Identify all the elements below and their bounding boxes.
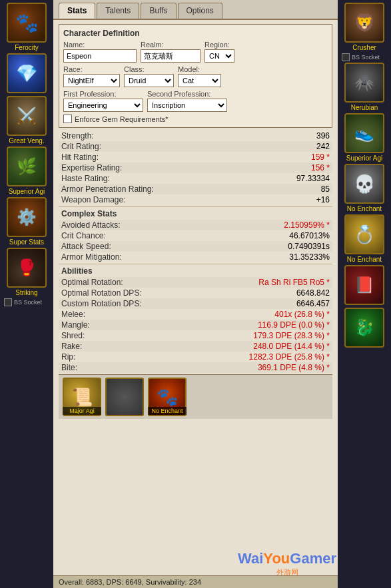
stat-row-optimal-rot: Optimal Rotation: Ra Sh Ri FB5 Ro5 * <box>59 277 332 288</box>
complex-stats-title: Complex Stats <box>59 206 332 220</box>
stat-strength-name: Strength: <box>61 131 94 141</box>
nerubian-label: Nerubian <box>351 104 378 112</box>
stat-haste-name: Haste Rating: <box>61 174 110 183</box>
nerubian-icon[interactable] <box>344 63 384 103</box>
stat-avoided-value: 2.150959% * <box>284 220 330 230</box>
complex-stats-section: Complex Stats Avoided Attacks: 2.150959%… <box>59 206 332 262</box>
sidebar-item-crusher[interactable]: Crusher BS Socket <box>342 3 387 61</box>
first-prof-select[interactable]: Engineering <box>63 99 143 112</box>
watermark-you: You <box>263 550 290 567</box>
sidebar-item-nerubian[interactable]: Nerubian <box>342 63 387 112</box>
gem-icon[interactable] <box>7 53 47 93</box>
second-prof-label: Second Profession: <box>147 90 227 98</box>
bs-socket-label-left: BS Socket <box>14 299 42 306</box>
stat-row-rake: Rake: 248.0 DPE (14.4 %) * <box>59 341 332 352</box>
tab-stats[interactable]: Stats <box>59 3 95 19</box>
stat-rake-value: 248.0 DPE (14.4 %) * <box>253 342 330 351</box>
great-veng-label: Great Veng. <box>9 137 44 145</box>
crusher-icon[interactable] <box>344 3 384 43</box>
bottom-icon-unknown[interactable] <box>105 378 144 416</box>
model-label: Model: <box>178 65 221 73</box>
stat-expertise-name: Expertise Rating: <box>61 163 122 172</box>
sidebar-item-gem[interactable] <box>4 53 49 95</box>
stat-custom-dps-name: Custom Rotation DPS: <box>61 299 142 308</box>
bottom-icon-unknown-wrapper <box>105 378 144 416</box>
name-input[interactable] <box>63 49 137 63</box>
right-sidebar: Crusher BS Socket Nerubian Superior Agi … <box>338 0 391 588</box>
region-select[interactable]: CN US EU TW <box>204 49 234 63</box>
ferocity-icon[interactable] <box>7 3 47 43</box>
stat-armor-mit-value: 31.35233% <box>289 252 330 262</box>
stat-custom-dps-value: 6646.457 <box>296 299 330 308</box>
stat-row-avoided: Avoided Attacks: 2.150959% * <box>59 220 332 230</box>
second-prof-select[interactable]: Inscription <box>147 99 227 112</box>
striking-icon[interactable] <box>7 248 47 288</box>
watermark: WaiYouGamer 外游网 <box>238 550 336 575</box>
region-label: Region: <box>204 41 234 49</box>
stat-optimal-dps-value: 6648.842 <box>296 288 330 298</box>
no-enchant-book-icon[interactable] <box>344 265 384 305</box>
stat-expertise-value: 156 * <box>311 163 330 172</box>
sidebar-item-no-enchant-book[interactable] <box>342 265 387 306</box>
race-select[interactable]: NightElf <box>63 74 120 87</box>
tab-buffs[interactable]: Buffs <box>141 3 176 19</box>
sidebar-item-no-enchant-skull[interactable]: No Enchant <box>342 164 387 213</box>
status-text: Overall: 6883, DPS: 6649, Survivability:… <box>59 578 201 586</box>
stat-strength-value: 396 <box>316 131 330 141</box>
sidebar-item-striking[interactable]: Striking BS Socket <box>4 248 49 306</box>
sidebar-item-green[interactable] <box>342 308 387 349</box>
no-enchant-skull-icon[interactable] <box>344 164 384 204</box>
stat-mangle-name: Mangle: <box>61 320 90 330</box>
no-enchant-ring-icon[interactable] <box>344 214 384 254</box>
stat-row-strength: Strength: 396 <box>59 131 332 141</box>
bs-socket-checkbox-crusher[interactable] <box>342 53 350 61</box>
stat-armor-pen-name: Armor Penetration Rating: <box>61 184 154 194</box>
stat-rip-value: 1282.3 DPE (25.8 %) * <box>249 352 330 362</box>
sidebar-item-super-stats[interactable]: Super Stats <box>4 197 49 246</box>
great-veng-icon[interactable] <box>7 96 47 136</box>
no-enchant-ring-label: No Enchant <box>347 256 382 264</box>
sidebar-item-superior-agi-right[interactable]: Superior Agi <box>342 113 387 162</box>
gem-req-checkbox[interactable] <box>63 115 72 123</box>
bs-socket-row-crusher: BS Socket <box>342 53 387 61</box>
sidebar-item-ferocity[interactable]: Ferocity <box>4 3 49 52</box>
superior-agi-left-label: Superior Agi <box>9 188 45 196</box>
class-select[interactable]: Druid <box>124 74 174 87</box>
watermark-chinese: 外游网 <box>238 567 336 575</box>
stat-bite-value: 369.1 DPE (4.8 %) * <box>258 363 330 372</box>
bs-socket-label-crusher: BS Socket <box>352 54 380 61</box>
stat-attack-speed-value: 0.7490391s <box>288 242 330 251</box>
bottom-icon-major-agi-wrapper: Major Agi <box>63 378 101 416</box>
sidebar-item-superior-agi[interactable]: Superior Agi <box>4 147 49 196</box>
stat-optimal-rot-name: Optimal Rotation: <box>61 278 123 287</box>
bottom-icon-bar: Major Agi No Enchant <box>59 374 332 419</box>
stat-row-custom-dps: Custom Rotation DPS: 6646.457 <box>59 298 332 309</box>
first-prof-label: First Profession: <box>63 90 143 98</box>
unknown-mid-icon <box>107 379 143 415</box>
tab-options[interactable]: Options <box>178 3 222 19</box>
watermark-gamer: Gamer <box>290 550 336 567</box>
stat-row-expertise: Expertise Rating: 156 * <box>59 162 332 173</box>
super-stats-icon[interactable] <box>7 197 47 237</box>
model-select[interactable]: Cat <box>178 74 221 87</box>
stat-crit-name: Crit Rating: <box>61 142 101 151</box>
bs-socket-row-left: BS Socket <box>4 298 49 306</box>
character-definition-section: Character Definition Name: Realm: Region… <box>59 24 332 128</box>
name-realm-row: Name: Realm: Region: CN US EU TW <box>63 41 328 63</box>
bs-socket-checkbox-left[interactable] <box>4 298 12 306</box>
sidebar-item-no-enchant-ring[interactable]: No Enchant <box>342 214 387 264</box>
stat-optimal-rot-value: Ra Sh Ri FB5 Ro5 * <box>258 278 330 287</box>
abilities-title: Abilities <box>59 264 332 277</box>
superior-agi-left-icon[interactable] <box>7 147 47 186</box>
green-icon[interactable] <box>344 308 384 348</box>
stat-row-haste: Haste Rating: 97.33334 <box>59 173 332 184</box>
stat-haste-value: 97.33334 <box>296 174 330 183</box>
tab-talents[interactable]: Talents <box>97 3 139 19</box>
realm-input[interactable] <box>141 49 200 63</box>
sidebar-item-great-veng[interactable]: Great Veng. <box>4 96 49 145</box>
stat-shred-name: Shred: <box>61 331 85 340</box>
superior-agi-right-icon[interactable] <box>344 113 384 153</box>
stat-melee-name: Melee: <box>61 310 85 319</box>
stat-optimal-dps-name: Optimal Rotation DPS: <box>61 288 142 298</box>
tabs-bar: Stats Talents Buffs Options <box>53 0 338 20</box>
